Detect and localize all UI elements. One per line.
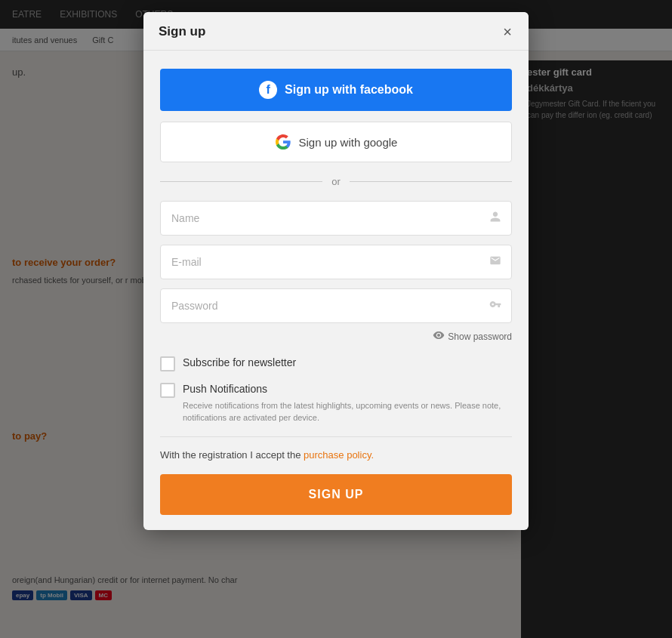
google-icon: [275, 134, 291, 150]
divider-line-right: [350, 181, 512, 182]
show-password-row: Show password: [160, 329, 512, 344]
push-notifications-row: Push Notifications Receive notifications…: [160, 382, 512, 424]
email-field-wrapper: [160, 245, 512, 279]
push-notifications-desc: Receive notifications from the latest hi…: [183, 399, 512, 424]
policy-text-prefix: With the registration I accept the: [160, 449, 301, 461]
facebook-icon: f: [259, 81, 277, 99]
show-password-label: Show password: [448, 331, 512, 342]
facebook-button-label: Sign up with facebook: [285, 83, 413, 97]
subscribe-newsletter-checkbox[interactable]: [160, 356, 175, 371]
name-input[interactable]: [160, 201, 512, 236]
subscribe-newsletter-row: Subscribe for newsletter: [160, 356, 512, 371]
modal-header: Sign up ×: [143, 12, 529, 51]
signup-button[interactable]: SIGN UP: [160, 474, 512, 515]
or-divider: or: [160, 176, 512, 187]
google-button-label: Sign up with google: [299, 136, 398, 149]
subscribe-newsletter-label: Subscribe for newsletter: [183, 356, 296, 371]
push-notifications-content: Push Notifications Receive notifications…: [183, 382, 512, 424]
show-password-button[interactable]: Show password: [433, 329, 512, 344]
email-input[interactable]: [160, 245, 512, 279]
push-notifications-checkbox[interactable]: [160, 383, 175, 398]
password-field-wrapper: [160, 288, 512, 323]
key-icon: [489, 298, 501, 313]
purchase-policy-link[interactable]: purchase policy.: [304, 449, 374, 461]
policy-text-row: With the registration I accept the purch…: [160, 449, 512, 461]
modal-title: Sign up: [159, 24, 205, 39]
modal-body: f Sign up with facebook Sign up with goo…: [143, 51, 529, 530]
push-notifications-label: Push Notifications: [183, 382, 512, 397]
user-icon: [489, 211, 501, 226]
facebook-f-letter: f: [266, 84, 270, 96]
eye-icon: [433, 329, 445, 344]
modal-close-button[interactable]: ×: [501, 24, 513, 39]
name-field-wrapper: [160, 201, 512, 236]
email-icon: [489, 254, 501, 270]
modal-overlay[interactable]: Sign up × f Sign up with facebook S: [0, 0, 672, 638]
divider-line-left: [160, 181, 322, 182]
modal-divider: [160, 436, 512, 437]
facebook-signup-button[interactable]: f Sign up with facebook: [160, 69, 512, 111]
signup-modal: Sign up × f Sign up with facebook S: [143, 12, 529, 530]
password-input[interactable]: [160, 288, 512, 323]
google-signup-button[interactable]: Sign up with google: [160, 122, 512, 162]
divider-text: or: [331, 176, 341, 187]
